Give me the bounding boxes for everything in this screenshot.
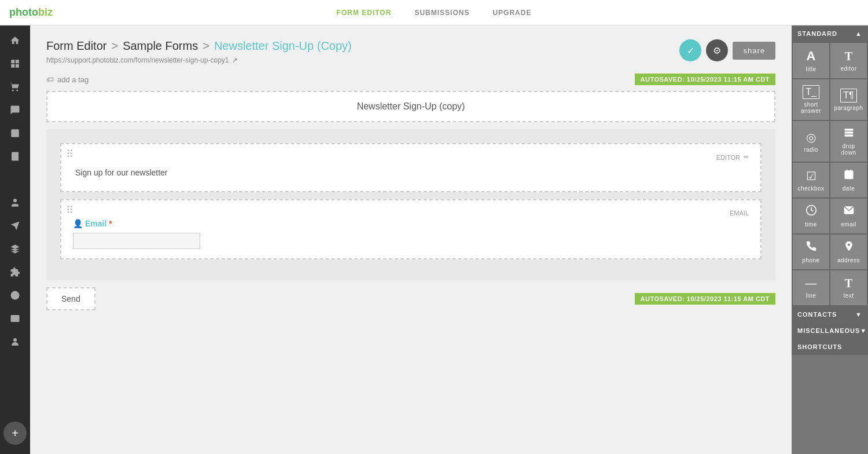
- dropdown-icon: [843, 127, 855, 141]
- breadcrumb-sep2: >: [203, 39, 209, 53]
- panel-dropdown-label: drop down: [834, 143, 863, 156]
- panel-item-short-answer[interactable]: T_ short answer: [793, 79, 829, 120]
- editor-label[interactable]: EDITOR ✏: [716, 153, 749, 161]
- sidebar-add-button[interactable]: +: [3, 422, 27, 445]
- send-row: Send AUTOSAVED: 10/25/2023 11:15 AM CDT: [46, 287, 775, 310]
- panel-editor-label: editor: [840, 65, 856, 72]
- panel-item-email[interactable]: email: [830, 199, 867, 233]
- logo-text1: photo: [9, 6, 38, 18]
- panel-date-label: date: [843, 185, 855, 192]
- share-button[interactable]: share: [733, 42, 775, 60]
- address-icon: [843, 240, 855, 255]
- panel-item-radio[interactable]: ◎ radio: [793, 121, 829, 162]
- checkmark-button[interactable]: ✓: [679, 39, 701, 61]
- logo: photobiz: [9, 6, 53, 19]
- sidebar-cart-icon[interactable]: [3, 76, 27, 97]
- line-icon: —: [806, 277, 817, 290]
- breadcrumb-part2: Sample Forms: [123, 39, 198, 53]
- short-answer-icon: T_: [803, 85, 819, 99]
- editor-main: Form Editor > Sample Forms > Newsletter …: [30, 25, 792, 454]
- sidebar-puzzle-icon[interactable]: [3, 262, 27, 283]
- sidebar-home-icon[interactable]: [3, 30, 27, 51]
- form-url-link[interactable]: https://support.photobiz.com/form/newsle…: [46, 56, 229, 64]
- email-label-text: Email: [85, 219, 106, 228]
- sidebar-chat-icon[interactable]: [3, 100, 27, 120]
- drag-handle-editor[interactable]: ⠿: [66, 149, 73, 159]
- panel-grid-standard: A title T editor T_ short answer T¶ para…: [792, 42, 868, 306]
- time-icon: [806, 204, 817, 219]
- sidebar-list-icon[interactable]: [3, 169, 27, 190]
- shortcuts-section-header[interactable]: SHORTCUTS: [792, 339, 868, 355]
- svg-marker-11: [11, 245, 20, 250]
- panel-phone-label: phone: [802, 257, 819, 263]
- title-icon: A: [807, 49, 816, 64]
- nav-form-editor[interactable]: FORM EDITOR: [337, 9, 392, 17]
- nav-upgrade[interactable]: UPGRADE: [492, 9, 531, 17]
- panel-line-label: line: [806, 292, 816, 299]
- shortcuts-label: SHORTCUTS: [797, 343, 842, 350]
- panel-paragraph-label: paragraph: [834, 105, 863, 111]
- standard-section-header[interactable]: STANDARD ▲: [792, 25, 868, 42]
- panel-checkbox-label: checkbox: [797, 185, 824, 192]
- sidebar-layers-icon[interactable]: [3, 239, 27, 259]
- edit-pencil-icon: ✏: [744, 153, 749, 161]
- panel-item-title[interactable]: A title: [793, 43, 829, 78]
- panel-item-editor[interactable]: T editor: [830, 43, 867, 78]
- autosave-badge-bottom: AUTOSAVED: 10/25/2023 11:15 AM CDT: [635, 293, 775, 305]
- send-button[interactable]: Send: [46, 287, 95, 310]
- nav-submissions[interactable]: SUBMISSIONS: [414, 9, 469, 17]
- editor-section-topbar: EDITOR ✏: [73, 153, 749, 161]
- settings-button[interactable]: ⚙: [706, 39, 728, 61]
- contacts-collapse-icon: ▼: [855, 311, 862, 318]
- panel-item-date[interactable]: date: [830, 163, 867, 197]
- sidebar-mail-icon[interactable]: [3, 308, 27, 329]
- sidebar: +: [0, 25, 30, 454]
- contacts-section-header[interactable]: CONTACTS ▼: [792, 306, 868, 323]
- panel-item-line[interactable]: — line: [793, 270, 829, 305]
- email-panel-icon: [843, 204, 855, 219]
- email-input[interactable]: [73, 233, 200, 249]
- misc-collapse-icon: ▼: [860, 327, 867, 334]
- add-tag-button[interactable]: 🏷 add a tag: [46, 75, 89, 84]
- autosave-badge-top: AUTOSAVED: 10/25/2023 11:15 AM CDT: [635, 74, 775, 85]
- misc-section-header[interactable]: MISCELLANEOUS ▼: [792, 323, 868, 339]
- sidebar-person-icon[interactable]: [3, 192, 27, 213]
- drag-handle-email[interactable]: ⠿: [66, 205, 73, 215]
- tag-row: 🏷 add a tag AUTOSAVED: 10/25/2023 11:15 …: [46, 74, 775, 85]
- form-body: ⠿ EDITOR ✏ Sign up for our newsletter ⠿ …: [46, 129, 775, 280]
- nav-links: FORM EDITOR SUBMISSIONS UPGRADE: [337, 9, 532, 17]
- sidebar-user2-icon[interactable]: [3, 331, 27, 352]
- svg-marker-10: [11, 222, 20, 230]
- panel-item-address[interactable]: address: [830, 235, 867, 269]
- svg-rect-15: [844, 129, 853, 130]
- form-title-box[interactable]: Newsletter Sign-Up (copy): [46, 91, 775, 122]
- panel-item-text[interactable]: T text: [830, 270, 867, 305]
- content-area: Form Editor > Sample Forms > Newsletter …: [30, 25, 868, 454]
- breadcrumb-part3: Newsletter Sign-Up (Copy): [214, 39, 352, 53]
- panel-item-phone[interactable]: phone: [793, 235, 829, 269]
- panel-item-dropdown[interactable]: drop down: [830, 121, 867, 162]
- person-icon: 👤: [73, 219, 83, 228]
- sidebar-send-icon[interactable]: [3, 215, 27, 236]
- panel-item-time[interactable]: time: [793, 199, 829, 233]
- sidebar-book-icon[interactable]: [3, 146, 27, 167]
- logo-text2: biz: [38, 6, 53, 18]
- tag-icon: 🏷: [46, 75, 54, 84]
- email-field-label: 👤 Email *: [73, 219, 749, 228]
- panel-item-checkbox[interactable]: ☑ checkbox: [793, 163, 829, 197]
- checkbox-icon: ☑: [806, 169, 816, 183]
- panel-address-label: address: [837, 257, 860, 263]
- email-section-label: EMAIL: [730, 210, 749, 217]
- panel-item-paragraph[interactable]: T¶ paragraph: [830, 79, 867, 120]
- required-star: *: [109, 219, 112, 228]
- svg-rect-17: [844, 134, 853, 136]
- sidebar-globe-icon[interactable]: [3, 285, 27, 306]
- top-nav: photobiz FORM EDITOR SUBMISSIONS UPGRADE: [0, 0, 868, 25]
- panel-radio-label: radio: [804, 147, 818, 153]
- sidebar-grid-icon[interactable]: [3, 53, 27, 74]
- date-icon: [843, 169, 855, 183]
- sidebar-image-icon[interactable]: [3, 123, 27, 144]
- panel-text-label: text: [843, 292, 854, 299]
- add-tag-label: add a tag: [57, 75, 89, 84]
- email-section-topbar: EMAIL: [73, 210, 749, 217]
